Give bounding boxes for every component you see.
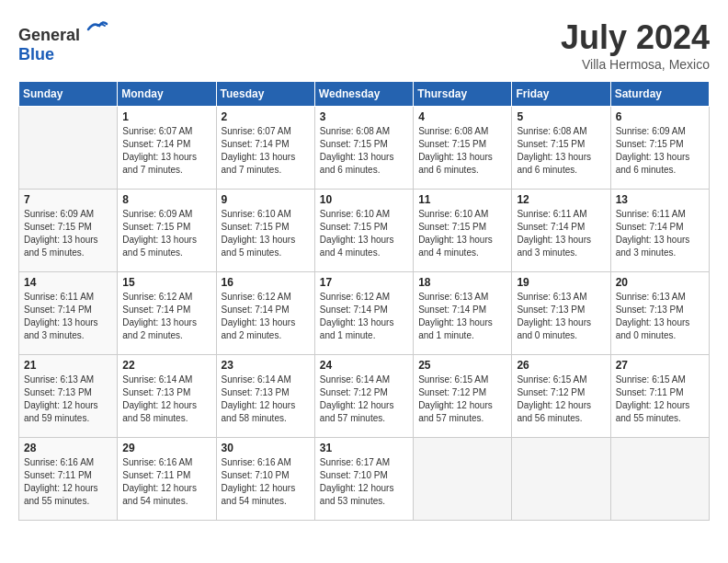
calendar-cell	[512, 438, 610, 521]
calendar-cell: 6Sunrise: 6:09 AMSunset: 7:15 PMDaylight…	[610, 107, 709, 190]
day-number: 29	[122, 442, 210, 454]
day-info: Sunrise: 6:17 AMSunset: 7:10 PMDaylight:…	[320, 456, 408, 508]
day-number: 6	[616, 110, 704, 123]
day-number: 19	[517, 276, 605, 289]
day-number: 8	[122, 193, 210, 206]
day-info: Sunrise: 6:15 AMSunset: 7:11 PMDaylight:…	[616, 373, 704, 425]
day-info: Sunrise: 6:13 AMSunset: 7:13 PMDaylight:…	[517, 291, 605, 342]
day-info: Sunrise: 6:12 AMSunset: 7:14 PMDaylight:…	[222, 291, 310, 342]
day-number: 24	[320, 359, 408, 372]
day-info: Sunrise: 6:14 AMSunset: 7:13 PMDaylight:…	[222, 373, 310, 425]
calendar-cell: 20Sunrise: 6:13 AMSunset: 7:13 PMDayligh…	[610, 272, 709, 355]
day-number: 30	[222, 442, 310, 454]
calendar-cell: 24Sunrise: 6:14 AMSunset: 7:12 PMDayligh…	[314, 355, 413, 438]
day-number: 16	[222, 276, 310, 289]
day-number: 17	[320, 276, 408, 289]
calendar-cell: 16Sunrise: 6:12 AMSunset: 7:14 PMDayligh…	[216, 272, 314, 355]
day-info: Sunrise: 6:10 AMSunset: 7:15 PMDaylight:…	[418, 208, 506, 259]
day-info: Sunrise: 6:15 AMSunset: 7:12 PMDaylight:…	[517, 373, 605, 425]
day-number: 9	[222, 193, 310, 206]
day-number: 26	[517, 359, 605, 372]
day-number: 4	[418, 110, 506, 123]
calendar-cell: 9Sunrise: 6:10 AMSunset: 7:15 PMDaylight…	[216, 190, 314, 272]
logo-general: General	[18, 26, 80, 44]
day-info: Sunrise: 6:10 AMSunset: 7:15 PMDaylight:…	[320, 208, 408, 259]
day-info: Sunrise: 6:14 AMSunset: 7:12 PMDaylight:…	[320, 373, 408, 425]
day-header-thursday: Thursday	[414, 82, 512, 107]
day-info: Sunrise: 6:09 AMSunset: 7:15 PMDaylight:…	[24, 208, 112, 259]
day-info: Sunrise: 6:07 AMSunset: 7:14 PMDaylight:…	[222, 125, 310, 177]
calendar-cell: 13Sunrise: 6:11 AMSunset: 7:14 PMDayligh…	[610, 190, 709, 272]
calendar-cell: 30Sunrise: 6:16 AMSunset: 7:10 PMDayligh…	[216, 438, 314, 521]
day-info: Sunrise: 6:10 AMSunset: 7:15 PMDaylight:…	[222, 208, 310, 259]
day-header-tuesday: Tuesday	[216, 82, 314, 107]
day-number: 11	[418, 193, 506, 206]
logo-icon	[86, 18, 108, 40]
week-row-5: 28Sunrise: 6:16 AMSunset: 7:11 PMDayligh…	[19, 438, 710, 521]
day-info: Sunrise: 6:16 AMSunset: 7:11 PMDaylight:…	[24, 456, 112, 508]
calendar-cell: 2Sunrise: 6:07 AMSunset: 7:14 PMDaylight…	[216, 107, 314, 190]
calendar-cell: 11Sunrise: 6:10 AMSunset: 7:15 PMDayligh…	[414, 190, 512, 272]
logo: General Blue	[18, 18, 108, 64]
day-number: 5	[517, 110, 605, 123]
day-number: 27	[616, 359, 704, 372]
day-info: Sunrise: 6:08 AMSunset: 7:15 PMDaylight:…	[517, 125, 605, 177]
day-info: Sunrise: 6:11 AMSunset: 7:14 PMDaylight:…	[517, 208, 605, 259]
calendar-cell: 19Sunrise: 6:13 AMSunset: 7:13 PMDayligh…	[512, 272, 610, 355]
calendar-cell	[414, 438, 512, 521]
day-number: 25	[418, 359, 506, 372]
calendar-cell: 28Sunrise: 6:16 AMSunset: 7:11 PMDayligh…	[19, 438, 118, 521]
day-info: Sunrise: 6:13 AMSunset: 7:13 PMDaylight:…	[24, 373, 112, 425]
calendar-cell: 29Sunrise: 6:16 AMSunset: 7:11 PMDayligh…	[118, 438, 216, 521]
day-number: 23	[222, 359, 310, 372]
week-row-4: 21Sunrise: 6:13 AMSunset: 7:13 PMDayligh…	[19, 355, 710, 438]
day-info: Sunrise: 6:08 AMSunset: 7:15 PMDaylight:…	[418, 125, 506, 177]
day-info: Sunrise: 6:09 AMSunset: 7:15 PMDaylight:…	[122, 208, 210, 259]
month-title: July 2024	[561, 18, 710, 57]
calendar-cell: 3Sunrise: 6:08 AMSunset: 7:15 PMDaylight…	[314, 107, 413, 190]
calendar-cell: 5Sunrise: 6:08 AMSunset: 7:15 PMDaylight…	[512, 107, 610, 190]
calendar-cell: 22Sunrise: 6:14 AMSunset: 7:13 PMDayligh…	[118, 355, 216, 438]
day-info: Sunrise: 6:16 AMSunset: 7:10 PMDaylight:…	[222, 456, 310, 508]
day-number: 3	[320, 110, 408, 123]
day-info: Sunrise: 6:11 AMSunset: 7:14 PMDaylight:…	[24, 291, 112, 342]
week-row-2: 7Sunrise: 6:09 AMSunset: 7:15 PMDaylight…	[19, 190, 710, 272]
calendar-cell: 1Sunrise: 6:07 AMSunset: 7:14 PMDaylight…	[118, 107, 216, 190]
calendar-cell: 17Sunrise: 6:12 AMSunset: 7:14 PMDayligh…	[314, 272, 413, 355]
days-header-row: SundayMondayTuesdayWednesdayThursdayFrid…	[19, 82, 710, 107]
calendar-cell: 25Sunrise: 6:15 AMSunset: 7:12 PMDayligh…	[414, 355, 512, 438]
calendar-cell: 8Sunrise: 6:09 AMSunset: 7:15 PMDaylight…	[118, 190, 216, 272]
day-number: 18	[418, 276, 506, 289]
day-info: Sunrise: 6:13 AMSunset: 7:13 PMDaylight:…	[616, 291, 704, 342]
day-number: 2	[222, 110, 310, 123]
day-info: Sunrise: 6:13 AMSunset: 7:14 PMDaylight:…	[418, 291, 506, 342]
week-row-1: 1Sunrise: 6:07 AMSunset: 7:14 PMDaylight…	[19, 107, 710, 190]
calendar-cell: 7Sunrise: 6:09 AMSunset: 7:15 PMDaylight…	[19, 190, 118, 272]
day-number: 28	[24, 442, 112, 454]
day-info: Sunrise: 6:11 AMSunset: 7:14 PMDaylight:…	[616, 208, 704, 259]
day-number: 15	[122, 276, 210, 289]
day-info: Sunrise: 6:12 AMSunset: 7:14 PMDaylight:…	[122, 291, 210, 342]
calendar-cell: 31Sunrise: 6:17 AMSunset: 7:10 PMDayligh…	[314, 438, 413, 521]
calendar-cell: 10Sunrise: 6:10 AMSunset: 7:15 PMDayligh…	[314, 190, 413, 272]
day-info: Sunrise: 6:07 AMSunset: 7:14 PMDaylight:…	[122, 125, 210, 177]
day-number: 12	[517, 193, 605, 206]
day-header-saturday: Saturday	[610, 82, 709, 107]
location-title: Villa Hermosa, Mexico	[561, 57, 710, 72]
day-number: 20	[616, 276, 704, 289]
page-header: General Blue July 2024 Villa Hermosa, Me…	[18, 18, 710, 72]
day-number: 22	[122, 359, 210, 372]
logo-blue: Blue	[18, 45, 54, 63]
day-number: 31	[320, 442, 408, 454]
calendar-cell: 21Sunrise: 6:13 AMSunset: 7:13 PMDayligh…	[19, 355, 118, 438]
day-number: 7	[24, 193, 112, 206]
week-row-3: 14Sunrise: 6:11 AMSunset: 7:14 PMDayligh…	[19, 272, 710, 355]
day-number: 21	[24, 359, 112, 372]
calendar-cell: 23Sunrise: 6:14 AMSunset: 7:13 PMDayligh…	[216, 355, 314, 438]
calendar-cell	[19, 107, 118, 190]
day-header-sunday: Sunday	[19, 82, 118, 107]
calendar-cell: 18Sunrise: 6:13 AMSunset: 7:14 PMDayligh…	[414, 272, 512, 355]
day-info: Sunrise: 6:16 AMSunset: 7:11 PMDaylight:…	[122, 456, 210, 508]
day-header-monday: Monday	[118, 82, 216, 107]
calendar-cell: 26Sunrise: 6:15 AMSunset: 7:12 PMDayligh…	[512, 355, 610, 438]
